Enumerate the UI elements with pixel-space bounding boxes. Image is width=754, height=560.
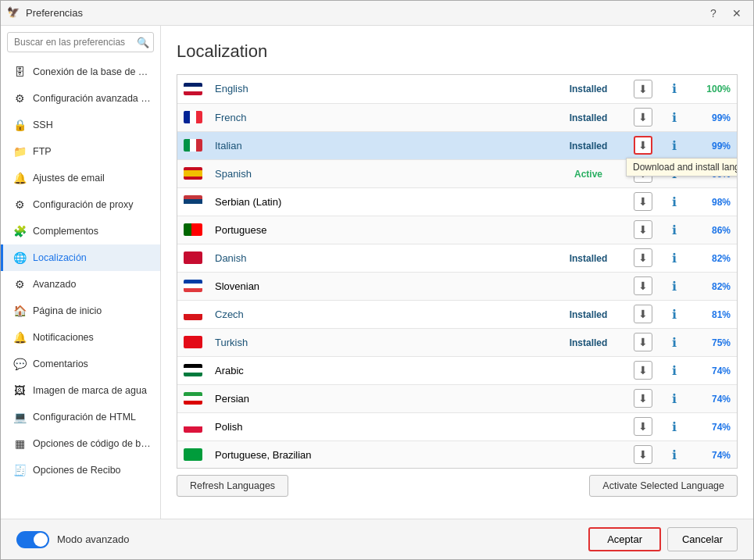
info-icon[interactable]: ℹ [672, 195, 677, 209]
download-button[interactable]: ⬇ [634, 276, 652, 295]
sidebar-item-ssh[interactable]: 🔒 SSH [1, 112, 160, 138]
info-icon[interactable]: ℹ [672, 111, 677, 124]
download-cell[interactable]: ⬇ [627, 328, 659, 356]
sidebar-item-advanced-db[interactable]: ⚙ Configuración avanzada de la ... [1, 85, 160, 112]
download-button[interactable]: ⬇ [634, 389, 652, 408]
info-cell[interactable]: ℹ [659, 216, 690, 244]
info-cell[interactable]: ℹ [659, 328, 690, 356]
download-cell[interactable]: ⬇ [627, 216, 659, 244]
info-icon[interactable]: ℹ [672, 420, 677, 433]
info-icon[interactable]: ℹ [672, 280, 677, 293]
info-cell[interactable]: ℹ [659, 384, 690, 412]
sidebar-item-advanced[interactable]: ⚙ Avanzado [1, 271, 160, 298]
download-button[interactable]: ⬇ [634, 417, 652, 436]
download-cell[interactable]: ⬇ [627, 187, 659, 216]
sidebar-icon-watermark: 🖼 [13, 383, 27, 398]
info-icon[interactable]: ℹ [672, 364, 677, 377]
info-cell[interactable]: ℹ [659, 159, 690, 187]
table-row[interactable]: Portuguese, Brazilian ⬇ ℹ 74% [177, 441, 737, 469]
download-button[interactable]: ⬇ [634, 192, 652, 211]
info-cell[interactable]: ℹ [659, 356, 690, 384]
table-row[interactable]: Serbian (Latin) ⬇ ℹ 98% [177, 187, 737, 216]
sidebar-item-ftp[interactable]: 📁 FTP [1, 138, 160, 165]
info-icon[interactable]: ℹ [672, 167, 677, 180]
download-button[interactable]: ⬇ [634, 220, 652, 239]
download-cell[interactable]: ⬇ [627, 272, 659, 300]
info-icon[interactable]: ℹ [672, 139, 677, 152]
advanced-mode-toggle[interactable] [16, 531, 49, 548]
cancel-button[interactable]: Cancelar [667, 527, 738, 551]
refresh-languages-button[interactable]: Refresh Languages [177, 475, 288, 497]
download-button[interactable]: ⬇ [634, 305, 652, 323]
download-cell[interactable]: ⬇ [627, 159, 659, 187]
info-icon[interactable]: ℹ [672, 251, 677, 265]
sidebar-item-db[interactable]: 🗄 Conexión de la base de datos [1, 59, 160, 85]
sidebar-item-plugins[interactable]: 🧩 Complementos [1, 218, 160, 244]
info-icon[interactable]: ℹ [672, 82, 677, 95]
ok-button[interactable]: Aceptar [588, 527, 661, 551]
sidebar-item-barcode[interactable]: ▦ Opciones de código de barras [1, 430, 160, 457]
info-cell[interactable]: ℹ [659, 412, 690, 441]
table-row[interactable]: French Installed ⬇ ℹ 99% [177, 103, 737, 131]
info-cell[interactable]: ℹ [659, 187, 690, 216]
table-row[interactable]: Czech Installed ⬇ ℹ 81% [177, 300, 737, 328]
table-row[interactable]: Polish ⬇ ℹ 74% [177, 412, 737, 441]
download-cell[interactable]: ⬇ [627, 384, 659, 412]
download-cell[interactable]: ⬇ [627, 75, 659, 103]
percent-value: 98% [712, 197, 731, 208]
download-cell[interactable]: ⬇ [627, 244, 659, 272]
table-row[interactable]: Persian ⬇ ℹ 74% [177, 384, 737, 412]
info-icon[interactable]: ℹ [672, 336, 677, 349]
status-cell: Installed [549, 131, 627, 159]
download-cell[interactable]: ⬇ [627, 300, 659, 328]
table-row[interactable]: Portuguese ⬇ ℹ 86% [177, 216, 737, 244]
sidebar-item-email[interactable]: 🔔 Ajustes de email [1, 165, 160, 191]
sidebar-item-notifications[interactable]: 🔔 Notificaciones [1, 324, 160, 351]
language-table-container[interactable]: English Installed ⬇ ℹ 100% French Instal… [177, 74, 738, 469]
info-icon[interactable]: ℹ [672, 448, 677, 462]
download-button[interactable]: ⬇ [634, 108, 652, 127]
download-button[interactable]: ⬇ [634, 333, 652, 351]
download-button[interactable]: ⬇ [634, 445, 652, 464]
info-cell[interactable]: ℹ [659, 272, 690, 300]
sidebar-label-receipt: Opciones de Recibo [33, 465, 151, 476]
download-cell[interactable]: ⬇ [627, 412, 659, 441]
sidebar-item-homepage[interactable]: 🏠 Página de inicio [1, 298, 160, 324]
close-button[interactable]: ✕ [727, 5, 747, 22]
search-input[interactable] [7, 32, 154, 52]
info-cell[interactable]: ℹ [659, 103, 690, 131]
info-cell[interactable]: ℹ [659, 300, 690, 328]
help-button[interactable]: ? [703, 5, 724, 22]
info-icon[interactable]: ℹ [672, 392, 677, 405]
info-icon[interactable]: ℹ [672, 223, 677, 237]
download-cell[interactable]: ⬇ [627, 441, 659, 469]
sidebar-item-receipt[interactable]: 🧾 Opciones de Recibo [1, 457, 160, 483]
sidebar-item-localization[interactable]: 🌐 Localización [1, 244, 160, 271]
download-button[interactable]: ⬇ [634, 248, 652, 267]
flag-icon-cz [184, 308, 202, 320]
table-row[interactable]: Arabic ⬇ ℹ 74% [177, 356, 737, 384]
info-cell[interactable]: ℹ [659, 441, 690, 469]
table-row[interactable]: English Installed ⬇ ℹ 100% [177, 75, 737, 103]
table-row[interactable]: Slovenian ⬇ ℹ 82% [177, 272, 737, 300]
info-cell[interactable]: ℹ [659, 244, 690, 272]
table-row[interactable]: Spanish Active ⬇ ℹ 99% [177, 159, 737, 187]
info-cell[interactable]: ℹ [659, 131, 690, 159]
download-button[interactable]: ⬇ [634, 80, 652, 98]
download-button[interactable]: ⬇ [634, 361, 652, 380]
info-cell[interactable]: ℹ [659, 75, 690, 103]
info-icon[interactable]: ℹ [672, 308, 677, 321]
download-button[interactable]: ⬇ [634, 164, 652, 183]
activate-language-button[interactable]: Activate Selected Language [589, 475, 738, 497]
download-cell[interactable]: ⬇ [627, 356, 659, 384]
sidebar-item-watermark[interactable]: 🖼 Imagen de marca de agua [1, 377, 160, 404]
table-row[interactable]: Turkish Installed ⬇ ℹ 75% [177, 328, 737, 356]
download-cell[interactable]: ⬇ Download and install language package [627, 131, 659, 159]
download-button[interactable]: ⬇ [634, 136, 652, 155]
sidebar-item-html[interactable]: 💻 Configuración de HTML [1, 404, 160, 430]
sidebar-item-comments[interactable]: 💬 Comentarios [1, 351, 160, 377]
sidebar-item-proxy[interactable]: ⚙ Configuración de proxy [1, 191, 160, 218]
table-row[interactable]: Italian Installed ⬇ Download and install… [177, 131, 737, 159]
download-cell[interactable]: ⬇ [627, 103, 659, 131]
table-row[interactable]: Danish Installed ⬇ ℹ 82% [177, 244, 737, 272]
